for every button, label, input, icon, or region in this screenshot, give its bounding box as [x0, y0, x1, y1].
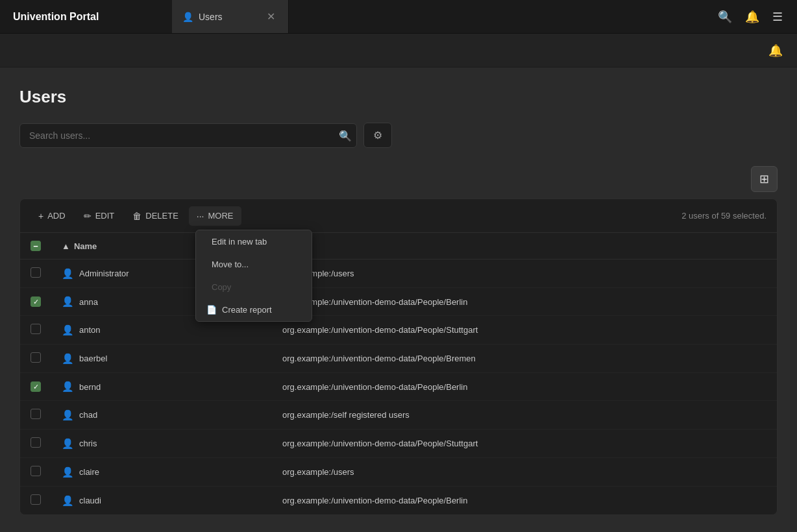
- user-path: org.example:/self registered users: [282, 410, 410, 420]
- user-avatar-icon: 👤: [62, 466, 74, 478]
- grid-view-button[interactable]: ⊞: [751, 166, 778, 192]
- row-path-cell: org.example:/univention-demo-data/People…: [272, 288, 777, 316]
- user-name: bernd: [79, 382, 101, 392]
- col-header-path: Path: [272, 233, 777, 260]
- more-button[interactable]: ··· MORE: [189, 206, 241, 226]
- row-path-cell: org.example:/univention-demo-data/People…: [272, 345, 777, 373]
- user-path: org.example:/univention-demo-data/People…: [282, 382, 467, 392]
- user-name: chad: [79, 410, 97, 420]
- create-report-icon: 📄: [206, 305, 217, 315]
- row-name-cell: 👤 claire: [51, 458, 272, 487]
- search-input[interactable]: [19, 123, 357, 148]
- dropdown-item-edit-new-tab[interactable]: Edit in new tab: [196, 230, 312, 253]
- dropdown-edit-new-tab-label: Edit in new tab: [212, 237, 267, 247]
- table-row: 👤 anton org.example:/univention-demo-dat…: [20, 316, 777, 345]
- tab-close-button[interactable]: ✕: [264, 9, 278, 24]
- row-checkbox[interactable]: [31, 296, 41, 307]
- toolbar-top: ⊞: [19, 166, 778, 192]
- delete-label: DELETE: [145, 211, 178, 221]
- more-dropdown-menu: Edit in new tab Move to... Copy 📄 Create…: [195, 230, 312, 322]
- row-checkbox[interactable]: [31, 267, 41, 278]
- user-name: baerbel: [79, 354, 107, 363]
- user-cell: 👤 baerbel: [62, 353, 262, 365]
- user-avatar-icon: 👤: [62, 409, 74, 421]
- row-checkbox[interactable]: [31, 409, 41, 419]
- table-row: 👤 chad org.example:/self registered user…: [20, 401, 777, 429]
- filter-button[interactable]: ⚙: [363, 123, 392, 148]
- user-cell: 👤 bernd: [62, 381, 262, 393]
- row-checkbox[interactable]: [31, 466, 41, 476]
- tab-user-icon: 👤: [182, 12, 193, 22]
- menu-button[interactable]: ☰: [768, 6, 787, 28]
- user-path: org.example:/univention-demo-data/People…: [282, 439, 478, 448]
- users-table: ▲ Name Path 👤 Administrator: [20, 233, 777, 514]
- search-button[interactable]: 🔍: [714, 6, 736, 28]
- table-row: 👤 anna org.example:/univention-demo-data…: [20, 288, 777, 316]
- row-path-cell: org.example:/univention-demo-data/People…: [272, 316, 777, 345]
- user-avatar-icon: 👤: [62, 353, 74, 365]
- user-name: anton: [79, 325, 101, 335]
- user-avatar-icon: 👤: [62, 268, 74, 280]
- user-name: chris: [79, 439, 97, 448]
- row-path-cell: org.example:/univention-demo-data/People…: [272, 429, 777, 458]
- selection-count: 2 users of 59 selected.: [681, 211, 766, 221]
- notifications-button[interactable]: 🔔: [741, 6, 763, 28]
- row-checkbox-cell: [20, 487, 51, 515]
- row-checkbox[interactable]: [31, 352, 41, 363]
- search-bar: 🔍 ⚙: [19, 123, 778, 148]
- user-cell: 👤 chad: [62, 409, 262, 421]
- select-all-checkbox[interactable]: [31, 241, 41, 251]
- row-checkbox[interactable]: [31, 381, 41, 392]
- page-title: Users: [19, 87, 778, 107]
- row-checkbox[interactable]: [31, 437, 41, 448]
- row-name-cell: 👤 claudi: [51, 487, 272, 515]
- user-cell: 👤 claudi: [62, 495, 262, 507]
- row-path-cell: org.example:/self registered users: [272, 401, 777, 429]
- sort-up-icon: ▲: [62, 241, 70, 251]
- delete-icon: 🗑: [132, 211, 141, 221]
- user-cell: 👤 chris: [62, 438, 262, 450]
- secondary-bell-button[interactable]: 🔔: [765, 40, 787, 62]
- search-submit-button[interactable]: 🔍: [339, 129, 352, 141]
- user-avatar-icon: 👤: [62, 381, 74, 393]
- dropdown-item-move-to[interactable]: Move to...: [196, 253, 312, 276]
- user-path: org.example:/univention-demo-data/People…: [282, 496, 467, 505]
- user-name: claudi: [79, 496, 101, 505]
- row-checkbox-cell: [20, 345, 51, 373]
- row-name-cell: 👤 chris: [51, 429, 272, 458]
- dropdown-create-report-label: Create report: [222, 305, 272, 315]
- row-path-cell: org.example:/univention-demo-data/People…: [272, 373, 777, 401]
- add-label: ADD: [47, 211, 65, 221]
- row-checkbox-cell: [20, 401, 51, 429]
- row-name-cell: 👤 baerbel: [51, 345, 272, 373]
- row-checkbox[interactable]: [31, 324, 41, 334]
- user-path: org.example:/users: [282, 467, 354, 477]
- main-content: Users 🔍 ⚙ ⊞ + ADD ✏ EDIT 🗑 DELETE: [0, 67, 797, 528]
- more-icon: ···: [197, 211, 204, 221]
- row-checkbox-cell: [20, 458, 51, 487]
- row-checkbox[interactable]: [31, 494, 41, 505]
- edit-button[interactable]: ✏ EDIT: [76, 206, 123, 226]
- user-cell: 👤 claire: [62, 466, 262, 478]
- row-path-cell: org.example:/users: [272, 260, 777, 288]
- row-path-cell: org.example:/univention-demo-data/People…: [272, 487, 777, 515]
- topbar: Univention Portal 👤 Users ✕ 🔍 🔔 ☰: [0, 0, 797, 34]
- delete-button[interactable]: 🗑 DELETE: [125, 206, 186, 226]
- tab-users[interactable]: 👤 Users ✕: [172, 0, 289, 33]
- user-cell: 👤 anton: [62, 324, 262, 336]
- app-logo: Univention Portal: [0, 11, 172, 23]
- table-container: + ADD ✏ EDIT 🗑 DELETE ··· MORE 2 users o…: [19, 199, 778, 515]
- action-toolbar: + ADD ✏ EDIT 🗑 DELETE ··· MORE 2 users o…: [20, 199, 777, 233]
- user-name: Administrator: [79, 269, 129, 278]
- user-avatar-icon: 👤: [62, 495, 74, 507]
- row-checkbox-cell: [20, 373, 51, 401]
- user-name: claire: [79, 467, 99, 477]
- row-checkbox-cell: [20, 288, 51, 316]
- table-row: 👤 chris org.example:/univention-demo-dat…: [20, 429, 777, 458]
- row-name-cell: 👤 chad: [51, 401, 272, 429]
- add-button[interactable]: + ADD: [31, 206, 73, 226]
- edit-label: EDIT: [95, 211, 115, 221]
- table-row: 👤 Administrator org.example:/users: [20, 260, 777, 288]
- tab-label: Users: [199, 12, 223, 22]
- dropdown-item-create-report[interactable]: 📄 Create report: [196, 298, 312, 321]
